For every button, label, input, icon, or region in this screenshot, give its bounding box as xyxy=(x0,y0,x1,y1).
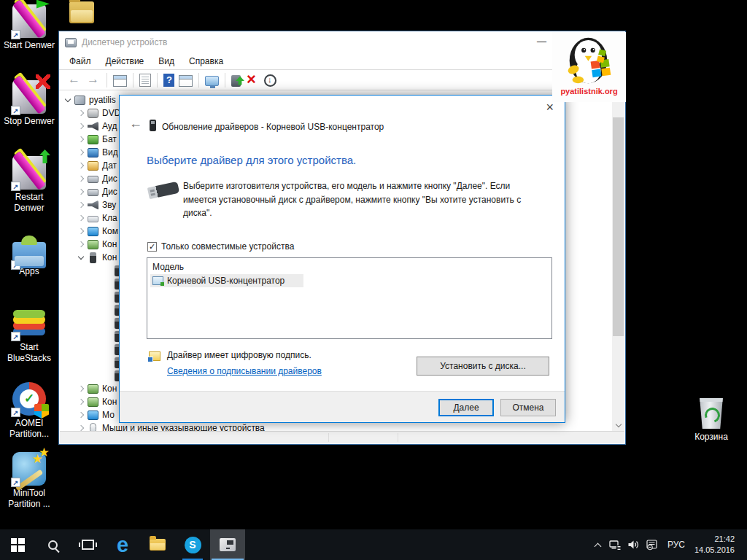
help-icon[interactable] xyxy=(163,74,174,87)
tree-expander-icon[interactable] xyxy=(77,241,85,249)
desktop-icon-restart-denwer[interactable]: Restart Denwer xyxy=(1,156,57,214)
site-watermark: pyatilistnik.org xyxy=(552,32,626,102)
desktop-icon-start-bluestacks[interactable]: Start BlueStacks xyxy=(1,306,57,364)
tree-expander-icon[interactable] xyxy=(77,149,85,157)
device-category-icon xyxy=(88,161,98,171)
tray-app-icon[interactable] xyxy=(643,540,661,551)
tree-expander-icon[interactable] xyxy=(102,332,110,341)
desktop-icon-folder[interactable] xyxy=(69,1,94,23)
window-title: Диспетчер устройств xyxy=(82,37,167,47)
tree-expander-icon[interactable] xyxy=(102,293,110,301)
shortcut-arrow-icon xyxy=(11,408,20,417)
back-icon[interactable] xyxy=(67,73,82,88)
desktop-icon-start-denwer[interactable]: Start Denwer xyxy=(1,4,57,51)
tree-expander-icon[interactable] xyxy=(77,136,85,144)
usb-device-icon xyxy=(150,120,156,131)
properties-icon[interactable] xyxy=(139,74,151,87)
tree-item-label: DVD xyxy=(102,108,120,118)
menu-item[interactable]: Справка xyxy=(182,54,231,69)
search-button[interactable] xyxy=(35,529,70,560)
file-explorer-button[interactable] xyxy=(140,529,175,560)
show-console-tree-icon[interactable] xyxy=(113,75,127,87)
tree-expander-icon[interactable] xyxy=(77,228,85,236)
device-category-icon xyxy=(88,240,98,249)
dialog-title: Обновление драйверов - Корневой USB-конц… xyxy=(162,122,384,132)
tree-expander-icon[interactable] xyxy=(102,267,110,275)
cancel-button[interactable]: Отмена xyxy=(500,399,556,416)
menu-item[interactable]: Вид xyxy=(151,54,182,69)
tree-expander-icon[interactable] xyxy=(77,214,85,222)
tree-expander-icon[interactable] xyxy=(77,411,85,419)
checkbox-checked-icon[interactable]: ✓ xyxy=(147,242,157,252)
shortcut-arrow-icon xyxy=(11,30,20,39)
tree-expander-icon[interactable] xyxy=(64,96,72,104)
menu-item[interactable]: Действие xyxy=(98,54,152,69)
uninstall-device-icon[interactable] xyxy=(245,73,260,88)
have-disk-button[interactable]: Установить с диска... xyxy=(417,357,549,376)
tree-expander-icon[interactable] xyxy=(77,109,85,117)
device-category-icon xyxy=(90,252,96,263)
menu-item[interactable]: Файл xyxy=(62,54,98,69)
edge-button[interactable] xyxy=(105,529,140,560)
device-category-icon xyxy=(88,227,98,236)
shortcut-arrow-icon xyxy=(11,182,20,191)
device-category-icon xyxy=(88,411,98,420)
tree-expander-icon[interactable] xyxy=(77,254,85,262)
desktop-icon-minitool-partition[interactable]: MiniTool Partition ... xyxy=(1,452,57,510)
back-arrow-icon[interactable]: ← xyxy=(129,116,142,131)
language-indicator[interactable]: РУС xyxy=(661,540,692,550)
desktop-icon-recycle-bin[interactable]: Корзина xyxy=(684,398,738,442)
tree-expander-icon[interactable] xyxy=(77,122,85,131)
tree-expander-icon[interactable] xyxy=(77,188,85,196)
device-manager-taskbar-button[interactable] xyxy=(210,529,245,560)
window-icon[interactable] xyxy=(179,75,193,87)
tree-expander-icon[interactable] xyxy=(77,201,85,209)
tray-expand-chevron-icon[interactable] xyxy=(590,541,606,549)
app-icon xyxy=(12,382,46,416)
device-category-icon xyxy=(88,384,98,394)
start-button[interactable] xyxy=(0,529,35,560)
device-manager-icon xyxy=(220,538,236,551)
tree-item-label: Ауд xyxy=(102,121,117,131)
toolbar xyxy=(59,70,625,90)
desktop-icon-stop-denwer[interactable]: Stop Denwer xyxy=(1,80,57,127)
device-category-icon xyxy=(88,201,98,210)
title-bar[interactable]: Диспетчер устройств — xyxy=(59,31,625,53)
app-icon xyxy=(12,4,46,38)
compatible-devices-checkbox[interactable]: ✓ Только совместимые устройства xyxy=(147,241,294,252)
desktop-icon-label: AOMEI Partition... xyxy=(9,418,49,440)
computer-screen-icon[interactable] xyxy=(205,76,219,86)
next-button[interactable]: Далее xyxy=(438,399,494,416)
tree-item-label: Мо xyxy=(102,410,115,420)
minimize-button[interactable]: — xyxy=(531,34,552,48)
scrollbar-thumb[interactable] xyxy=(613,117,624,336)
tree-expander-icon[interactable] xyxy=(77,424,85,432)
tree-expander-icon[interactable] xyxy=(77,398,85,406)
list-item-usb-root-hub[interactable]: Корневой USB-концентратор xyxy=(150,274,303,287)
disable-device-icon[interactable] xyxy=(264,74,276,87)
forward-icon[interactable] xyxy=(86,73,101,88)
clock[interactable]: 21:42 14.05.2016 xyxy=(692,534,742,556)
tree-expander-icon[interactable] xyxy=(77,385,85,393)
driver-signing-link[interactable]: Сведения о подписывании драйверов xyxy=(167,366,322,376)
tree-expander-icon[interactable] xyxy=(102,359,110,367)
task-view-button[interactable] xyxy=(70,529,105,560)
network-icon[interactable] xyxy=(606,540,624,551)
tree-item-label: Кон xyxy=(102,239,117,249)
volume-icon[interactable] xyxy=(624,540,643,550)
tree-expander-icon[interactable] xyxy=(102,306,110,314)
tree-expander-icon[interactable] xyxy=(77,175,85,183)
tree-expander-icon[interactable] xyxy=(102,280,110,288)
skype-button[interactable] xyxy=(175,529,210,560)
device-category-icon xyxy=(88,148,98,158)
driver-icon xyxy=(152,276,163,285)
desktop-icon-apps[interactable]: Apps xyxy=(1,238,57,277)
tree-expander-icon[interactable] xyxy=(102,346,110,354)
vertical-scrollbar[interactable] xyxy=(612,91,624,431)
tree-expander-icon[interactable] xyxy=(102,319,110,327)
update-driver-icon[interactable] xyxy=(231,75,241,87)
tree-expander-icon[interactable] xyxy=(77,162,85,170)
desktop-icon-aomei-partition[interactable]: AOMEI Partition... xyxy=(1,382,57,440)
tree-expander-icon[interactable] xyxy=(102,372,110,380)
scroll-down-icon[interactable] xyxy=(612,419,624,431)
